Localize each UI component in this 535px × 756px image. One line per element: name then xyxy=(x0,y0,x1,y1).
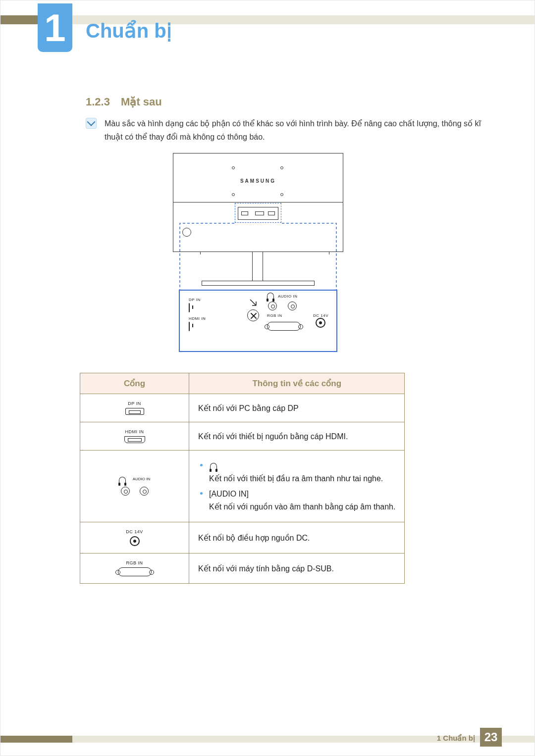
dc-14v-label: DC 14V xyxy=(313,313,328,318)
row-dc-label: DC 14V xyxy=(83,529,186,534)
table-row: DC 14V Kết nối bộ điều hợp nguồn DC. xyxy=(80,522,405,554)
table-row: DP IN Kết nối với PC bằng cáp DP xyxy=(80,394,405,422)
headphone-icon xyxy=(119,477,126,484)
headphone-icon xyxy=(210,463,217,470)
note-text: Màu sắc và hình dạng các bộ phận có thể … xyxy=(105,117,485,144)
table-row: RGB IN Kết nối với máy tính bằng cáp D-S… xyxy=(80,554,405,584)
row-hdmi-desc: Kết nối với thiết bị nguồn bằng cáp HDMI… xyxy=(189,422,405,451)
rear-button-icon xyxy=(182,228,191,237)
audio-in-jack-icon xyxy=(140,487,149,496)
audio-bullet-2-title: [AUDIO IN] xyxy=(209,490,249,498)
audio-bullet-2: Kết nối với nguồn vào âm thanh bằng cáp … xyxy=(209,503,395,511)
manual-page: 1 Chuẩn bị 1.2.3 Mặt sau Màu sắc và hình… xyxy=(0,0,535,756)
headphone-icon xyxy=(267,293,274,300)
dc-port-icon xyxy=(316,318,325,328)
row-audio-in-label: AUDIO IN xyxy=(133,477,151,484)
chapter-number-badge: 1 xyxy=(38,3,72,52)
dp-in-label: DP IN xyxy=(189,298,230,302)
section-title: Mặt sau xyxy=(121,96,162,108)
section-number: 1.2.3 xyxy=(86,96,110,108)
row-hdmi-label: HDMI IN xyxy=(83,429,186,434)
port-panel-enlarged: DP IN HDMI IN AUDIO IN RGB IN xyxy=(179,290,337,352)
headphone-jack-icon xyxy=(121,487,130,496)
audio-in-label: AUDIO IN xyxy=(278,294,298,299)
row-rgb-label: RGB IN xyxy=(83,560,186,565)
row-rgb-desc: Kết nối với máy tính bằng cáp D-SUB. xyxy=(189,554,405,584)
dp-port-icon xyxy=(125,408,144,415)
dc-port-icon xyxy=(130,536,140,546)
dp-port-icon xyxy=(189,303,190,312)
audio-in-jack-icon xyxy=(288,302,297,310)
cross-circle-icon xyxy=(247,309,259,321)
arrow-down-icon xyxy=(249,299,257,306)
hdmi-in-label: HDMI IN xyxy=(189,316,230,321)
section-heading: 1.2.3 Mặt sau xyxy=(86,96,162,108)
audio-bullet-1: Kết nối với thiết bị đầu ra âm thanh như… xyxy=(209,474,383,483)
chapter-title: Chuẩn bị xyxy=(86,19,172,42)
row-dc-desc: Kết nối bộ điều hợp nguồn DC. xyxy=(189,522,405,554)
row-dp-label: DP IN xyxy=(83,401,186,406)
audio-desc-list: Kết nối với thiết bị đầu ra âm thanh như… xyxy=(198,459,395,513)
footer-band-accent xyxy=(0,736,72,743)
headphone-jack-icon xyxy=(268,302,277,310)
vga-port-icon xyxy=(267,322,301,331)
hdmi-port-icon xyxy=(189,322,190,331)
table-row: HDMI IN Kết nối với thiết bị nguồn bằng … xyxy=(80,422,405,451)
monitor-brand: SAMSUNG xyxy=(173,178,343,184)
table-header-info: Thông tin về các cổng xyxy=(189,373,405,394)
page-number: 23 xyxy=(480,728,502,747)
rear-diagram: SAMSUNG DP IN HDMI IN xyxy=(173,153,343,352)
note-block: Màu sắc và hình dạng các bộ phận có thể … xyxy=(86,117,485,144)
table-row: AUDIO IN Kết nối với thiết bị đầu ra âm … xyxy=(80,451,405,522)
vga-port-icon xyxy=(118,567,152,576)
table-header-port: Cổng xyxy=(80,373,189,394)
stand-neck xyxy=(252,252,263,282)
row-dp-desc: Kết nối với PC bằng cáp DP xyxy=(189,394,405,422)
monitor-outline: SAMSUNG xyxy=(173,153,343,252)
hdmi-port-icon xyxy=(124,436,145,443)
ports-table: Cổng Thông tin về các cổng DP IN Kết nối… xyxy=(80,373,405,584)
footer-chapter-ref: 1 Chuẩn bị xyxy=(437,734,475,743)
stand-base xyxy=(202,281,315,286)
rgb-in-label: RGB IN xyxy=(267,313,282,318)
